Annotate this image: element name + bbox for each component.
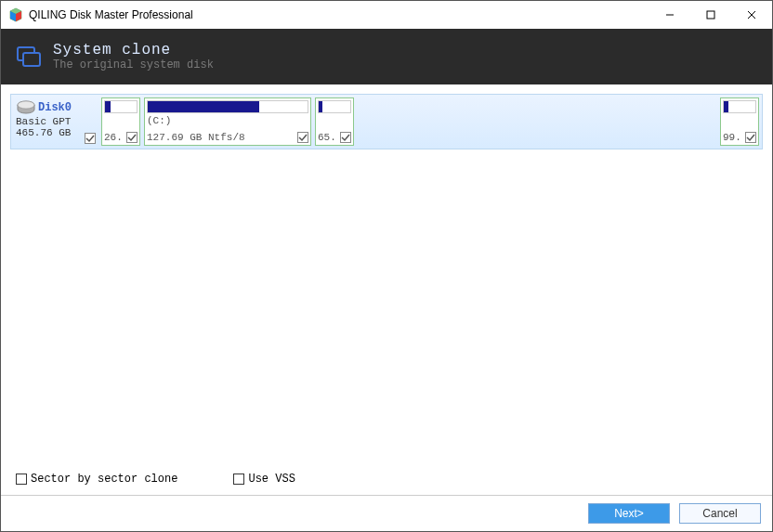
app-icon	[8, 7, 23, 22]
window-controls	[649, 1, 772, 29]
content-area: Disk0 Basic GPT 465.76 GB 26. (C:) 127.6…	[1, 84, 772, 495]
partition-2-label: (C:)	[147, 115, 308, 126]
partition-3[interactable]: 65.	[315, 97, 354, 146]
page-subtitle: The original system disk	[53, 58, 214, 71]
partition-spacer	[358, 97, 716, 146]
use-vss-label: Use VSS	[248, 473, 295, 486]
disk-type: Basic GPT	[16, 116, 96, 127]
disk-checkbox[interactable]	[85, 133, 96, 144]
sector-clone-label: Sector by sector clone	[31, 473, 177, 486]
partition-3-checkbox[interactable]	[340, 132, 351, 143]
page-title: System clone	[53, 42, 214, 58]
cancel-button[interactable]: Cancel	[679, 503, 761, 524]
svg-rect-5	[707, 11, 714, 19]
disk-row[interactable]: Disk0 Basic GPT 465.76 GB 26. (C:) 127.6…	[10, 94, 763, 149]
sector-clone-checkbox[interactable]	[16, 474, 27, 485]
options-row: Sector by sector clone Use VSS	[10, 469, 763, 495]
minimize-button[interactable]	[649, 1, 690, 29]
header: System clone The original system disk	[1, 29, 772, 84]
partition-1-checkbox[interactable]	[126, 132, 138, 143]
use-vss-checkbox[interactable]	[233, 474, 244, 485]
partition-1[interactable]: 26.	[101, 97, 140, 146]
window-title: QILING Disk Master Professional	[29, 8, 649, 21]
partition-2-checkbox[interactable]	[297, 132, 308, 143]
partition-4-size: 99.	[723, 132, 741, 143]
close-button[interactable]	[731, 1, 772, 29]
use-vss-option[interactable]: Use VSS	[233, 473, 295, 486]
partition-1-size: 26.	[104, 132, 123, 143]
disk-icon	[16, 99, 36, 116]
partition-4-checkbox[interactable]	[745, 132, 756, 143]
partition-2-detail: 127.69 GB Ntfs/8	[147, 132, 245, 143]
maximize-button[interactable]	[690, 1, 731, 29]
disk-info: Disk0 Basic GPT 465.76 GB	[14, 97, 98, 146]
partition-3-size: 65.	[318, 132, 336, 143]
disk-name: Disk0	[38, 101, 72, 114]
partition-2[interactable]: (C:) 127.69 GB Ntfs/8	[144, 97, 311, 146]
footer: Next> Cancel	[1, 495, 772, 531]
clone-icon	[16, 44, 42, 70]
svg-point-11	[18, 101, 34, 109]
svg-rect-9	[23, 53, 40, 66]
empty-area	[10, 149, 763, 469]
partition-4[interactable]: 99.	[720, 97, 759, 146]
titlebar: QILING Disk Master Professional	[1, 1, 772, 29]
sector-clone-option[interactable]: Sector by sector clone	[16, 473, 177, 486]
next-button[interactable]: Next>	[588, 503, 670, 524]
